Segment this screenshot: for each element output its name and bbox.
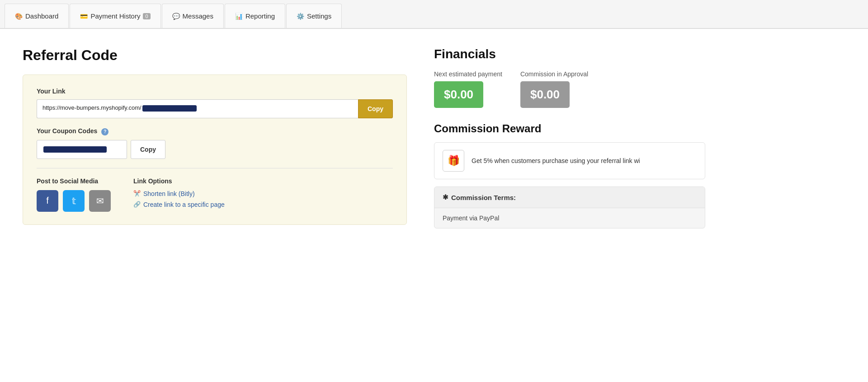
link-options-section: Link Options ✂️ Shorten link (Bitly) 🔗 C… (133, 177, 225, 212)
shorten-icon: ✂️ (133, 190, 141, 197)
divider (37, 168, 393, 168)
tab-settings-label: Settings (307, 12, 331, 20)
next-payment-label: Next estimated payment (434, 70, 502, 78)
social-buttons: f 𝕥 ✉ (37, 190, 111, 212)
social-title: Post to Social Media (37, 177, 111, 185)
link-url-redacted (142, 105, 197, 112)
commission-approval-item: Commission in Approval $0.00 (520, 70, 588, 108)
social-section: Post to Social Media f 𝕥 ✉ (37, 177, 111, 212)
tab-payment-history-label: Payment History (90, 12, 140, 20)
asterisk-icon: ✱ (443, 193, 448, 201)
commission-approval-value: $0.00 (520, 81, 570, 108)
facebook-button[interactable]: f (37, 190, 58, 212)
commission-terms-header: ✱ Commission Terms: (434, 187, 705, 208)
next-payment-value: $0.00 (434, 81, 483, 108)
gift-icon: 🎁 (443, 150, 464, 172)
coupon-label: Your Coupon Codes ? (37, 127, 393, 135)
link-url-prefix: https://move-bumpers.myshopify.com/ (42, 104, 142, 111)
referral-box: Your Link https://move-bumpers.myshopify… (23, 75, 407, 225)
page-title: Referral Code (23, 47, 407, 64)
link-input-row: https://move-bumpers.myshopify.com/ Copy (37, 99, 393, 118)
financials-grid: Next estimated payment $0.00 Commission … (434, 70, 705, 108)
copy-link-button[interactable]: Copy (358, 99, 393, 118)
payment-history-badge: 0 (143, 13, 150, 19)
tab-payment-history[interactable]: 💳 Payment History 0 (70, 4, 160, 28)
right-column: Financials Next estimated payment $0.00 … (434, 47, 705, 228)
financials-title: Financials (434, 47, 705, 61)
payment-method-label: Payment via PayPal (443, 214, 499, 222)
tab-messages[interactable]: 💬 Messages (162, 4, 224, 28)
coupon-redacted (43, 146, 107, 153)
commission-reward-title: Commission Reward (434, 122, 705, 135)
commission-reward-box: 🎁 Get 5% when customers purchase using y… (434, 142, 705, 179)
your-link-label: Your Link (37, 88, 393, 95)
commission-reward-text: Get 5% when customers purchase using you… (472, 157, 640, 164)
specific-page-button[interactable]: 🔗 Create link to a specific page (133, 201, 225, 208)
link-options-title: Link Options (133, 177, 225, 185)
messages-icon: 💬 (172, 13, 180, 20)
email-button[interactable]: ✉ (89, 190, 111, 212)
coupon-input-row: Copy (37, 140, 393, 159)
specific-page-icon: 🔗 (133, 201, 141, 208)
main-content: Referral Code Your Link https://move-bum… (0, 29, 868, 247)
coupon-help-icon[interactable]: ? (101, 128, 108, 135)
page-wrapper: 🎨 Dashboard 💳 Payment History 0 💬 Messag… (0, 0, 868, 382)
settings-icon: ⚙️ (297, 13, 304, 20)
payment-icon: 💳 (80, 13, 88, 20)
link-url-display: https://move-bumpers.myshopify.com/ (37, 99, 358, 118)
tab-dashboard[interactable]: 🎨 Dashboard (5, 4, 69, 28)
dashboard-icon: 🎨 (15, 13, 23, 20)
coupon-display (37, 140, 127, 159)
tab-dashboard-label: Dashboard (25, 12, 58, 20)
tab-reporting[interactable]: 📊 Reporting (225, 4, 285, 28)
tab-reporting-label: Reporting (245, 12, 275, 20)
tab-messages-label: Messages (183, 12, 213, 20)
commission-terms-label: Commission Terms: (451, 194, 516, 201)
commission-terms-box: ✱ Commission Terms: Payment via PayPal (434, 186, 705, 228)
tab-bar: 🎨 Dashboard 💳 Payment History 0 💬 Messag… (0, 0, 868, 29)
next-payment-item: Next estimated payment $0.00 (434, 70, 502, 108)
coupon-section: Your Coupon Codes ? Copy (37, 127, 393, 159)
shorten-link-button[interactable]: ✂️ Shorten link (Bitly) (133, 190, 225, 197)
left-column: Referral Code Your Link https://move-bum… (23, 47, 407, 228)
commission-approval-label: Commission in Approval (520, 70, 588, 78)
commission-terms-body: Payment via PayPal (434, 208, 705, 228)
reporting-icon: 📊 (235, 13, 243, 20)
tab-settings[interactable]: ⚙️ Settings (286, 4, 342, 28)
copy-coupon-button[interactable]: Copy (131, 140, 165, 159)
social-link-row: Post to Social Media f 𝕥 ✉ Link Options … (37, 177, 393, 212)
twitter-button[interactable]: 𝕥 (63, 190, 85, 212)
